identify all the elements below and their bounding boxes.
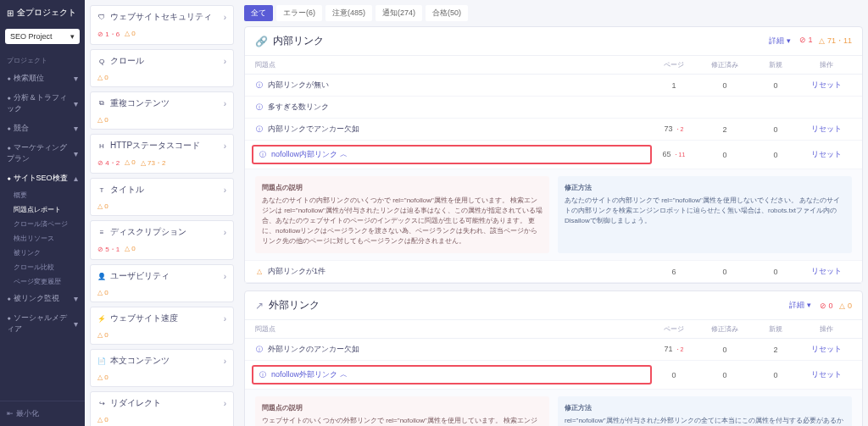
sidebar-item-label: ⬥ 競合 (7, 123, 29, 134)
reset-button[interactable]: リセット (811, 267, 842, 275)
sidebar-header-label: 全プロジェクト (17, 7, 76, 19)
accordion-item[interactable]: ⚡ウェブサイト速度›△ 0 (90, 307, 234, 345)
sidebar: ⊞ 全プロジェクト SEO Project ▾ プロジェクト ⬥ 検索順位▾⬥ … (0, 0, 85, 426)
col-new: 新規 (750, 60, 801, 69)
accordion-item[interactable]: Qクロール›△ 0 (90, 49, 234, 87)
project-name: SEO Project (10, 32, 53, 41)
sidebar-item[interactable]: ⬥ 被リンク監視▾ (0, 289, 85, 308)
accordion-item[interactable]: ≡ディスクリプション›⊘ 5・1△ 0 (90, 220, 234, 260)
reset-button[interactable]: リセット (811, 80, 842, 89)
sidebar-item[interactable]: ⬥ 競合▾ (0, 119, 85, 138)
issue-row[interactable]: ⓘnofollow外部リンク ︿000リセット (245, 361, 862, 390)
accordion-item[interactable]: ↪リダイレクト›△ 0 (90, 391, 234, 426)
stat-badge: △ 0 (97, 116, 108, 124)
cell-new: 2 (750, 346, 801, 354)
issue-expand: 問題点の説明あなたのサイトの内部リンクのいくつかで rel="nofollow"… (245, 169, 862, 261)
col-fixed: 修正済み (699, 324, 750, 334)
accordion-label: タイトル (110, 184, 144, 196)
issue-row[interactable]: ⓘ内部リンクでアンカー欠如73・220リセット (245, 119, 862, 141)
detail-toggle[interactable]: 詳細 ▾ (769, 36, 791, 47)
main-panel: 全てエラー(6)注意(485)通知(274)合格(50) 🔗内部リンク詳細 ▾⊘… (239, 0, 868, 426)
project-select[interactable]: SEO Project ▾ (5, 29, 80, 44)
cell-fixed: 0 (699, 371, 750, 379)
detail-toggle[interactable]: 詳細 ▾ (789, 300, 811, 311)
category-icon: 🛡 (97, 13, 106, 21)
cell-pages: 65・11 (648, 150, 699, 159)
stat-badge: △ 0 (97, 331, 108, 339)
cell-pages: 0 (648, 371, 699, 379)
issue-label: 外部リンクのアンカー欠如 (268, 344, 359, 355)
sidebar-sub-item[interactable]: 被リンク (0, 246, 85, 260)
stat-badge: △ 0 (97, 373, 108, 381)
sidebar-item[interactable]: ⬥ ソーシャルメディア▾ (0, 308, 85, 339)
cell-pages: 6 (648, 268, 699, 276)
chevron-right-icon: › (224, 57, 226, 66)
cell-new: 0 (750, 371, 801, 379)
cell-new: 0 (750, 81, 801, 90)
chevron-icon: ▾ (74, 294, 78, 303)
reset-button[interactable]: リセット (811, 345, 842, 353)
sidebar-section-label: プロジェクト (0, 51, 85, 69)
accordion-column: 🛡ウェブサイトセキュリティ›⊘ 1・6△ 0Qクロール›△ 0⧉重複コンテンツ›… (85, 0, 239, 426)
accordion-item[interactable]: Tタイトル›△ 0 (90, 178, 234, 216)
col-issue: 問題点 (255, 324, 648, 334)
sidebar-sub-item[interactable]: 問題点レポート (0, 202, 85, 217)
accordion-item[interactable]: HHTTPステータスコード›⊘ 4・2△ 0△ 73・2 (90, 134, 234, 174)
filter-tab[interactable]: エラー(6) (276, 5, 322, 21)
cell-new: 0 (750, 151, 801, 159)
cell-new: 0 (750, 268, 801, 276)
issue-row[interactable]: ⓘ内部リンクが無い100リセット (245, 75, 862, 97)
accordion-label: ウェブサイト速度 (110, 313, 178, 324)
chevron-right-icon: › (224, 314, 226, 324)
sidebar-sub-item[interactable]: ページ変更履歴 (0, 274, 85, 289)
accordion-label: ウェブサイトセキュリティ (110, 11, 212, 23)
accordion-label: クロール (110, 55, 144, 67)
expand-left-body: あなたのサイトの内部リンクのいくつかで rel="nofollow"属性を使用し… (262, 196, 542, 246)
filter-tab[interactable]: 合格(50) (426, 5, 468, 21)
chevron-right-icon: › (224, 357, 226, 366)
col-action: 操作 (801, 60, 852, 69)
issue-row[interactable]: ⓘnofollow内部リンク ︿65・1100リセット (245, 141, 862, 169)
reset-button[interactable]: リセット (811, 370, 842, 379)
filter-tab[interactable]: 通知(274) (376, 5, 422, 21)
grid-icon: ⊞ (7, 8, 14, 18)
panel-title: 内部リンク (273, 34, 324, 48)
filter-tab[interactable]: 全て (244, 5, 273, 21)
issue-expand: 問題点の説明ウェブサイトのいくつかの外部リンクで rel="nofollow"属… (245, 390, 862, 426)
cell-fixed: 0 (699, 81, 750, 90)
sidebar-minimize[interactable]: ⇤ 最小化 (0, 401, 85, 426)
accordion-item[interactable]: 📄本文コンテンツ›△ 0 (90, 349, 234, 387)
sidebar-item[interactable]: ⬥ マーケティングプラン▾ (0, 138, 85, 169)
issue-row[interactable]: △内部リンクが1件600リセット (245, 261, 862, 283)
chevron-icon: ▴ (74, 174, 78, 183)
reset-button[interactable]: リセット (811, 150, 842, 158)
accordion-item[interactable]: 🛡ウェブサイトセキュリティ›⊘ 1・6△ 0 (90, 5, 234, 45)
category-icon: H (97, 141, 106, 150)
sidebar-item[interactable]: ⬥ 検索順位▾ (0, 69, 85, 88)
panel-icon: ↗ (255, 300, 264, 312)
cell-fixed: 0 (699, 268, 750, 276)
col-pages: ページ (648, 324, 699, 334)
sidebar-sub-item[interactable]: 概要 (0, 188, 85, 202)
accordion-label: 重複コンテンツ (110, 97, 170, 109)
issue-label: 多すぎる数リンク (268, 102, 329, 113)
cell-fixed: 0 (699, 346, 750, 354)
sidebar-item[interactable]: ⬥ 分析＆トラフィック▾ (0, 88, 85, 119)
collapse-icon: ⇤ (7, 409, 14, 418)
filter-tab[interactable]: 注意(485) (326, 5, 372, 21)
issue-row[interactable]: ⓘ外部リンクのアンカー欠如71・202リセット (245, 339, 862, 361)
accordion-item[interactable]: 👤ユーザビリティ›△ 0 (90, 264, 234, 302)
sidebar-sub-item[interactable]: クロール済ページ (0, 217, 85, 231)
sidebar-item[interactable]: ⬥ サイトSEO検査▴ (0, 169, 85, 188)
sidebar-sub-item[interactable]: クロール比較 (0, 260, 85, 274)
issue-row[interactable]: ⓘ多すぎる数リンク (245, 97, 862, 119)
accordion-item[interactable]: ⧉重複コンテンツ›△ 0 (90, 91, 234, 130)
reset-button[interactable]: リセット (811, 124, 842, 133)
stat-badge: △ 0 (125, 245, 136, 254)
chevron-right-icon: › (224, 228, 226, 237)
col-pages: ページ (648, 60, 699, 69)
sidebar-sub-item[interactable]: 検出リソース (0, 231, 85, 246)
sidebar-header[interactable]: ⊞ 全プロジェクト (0, 0, 85, 25)
expand-left-title: 問題点の説明 (262, 403, 542, 413)
issue-panel: 🔗内部リンク詳細 ▾⊘ 1△ 71・11問題点ページ修正済み新規操作ⓘ内部リンク… (244, 26, 863, 284)
